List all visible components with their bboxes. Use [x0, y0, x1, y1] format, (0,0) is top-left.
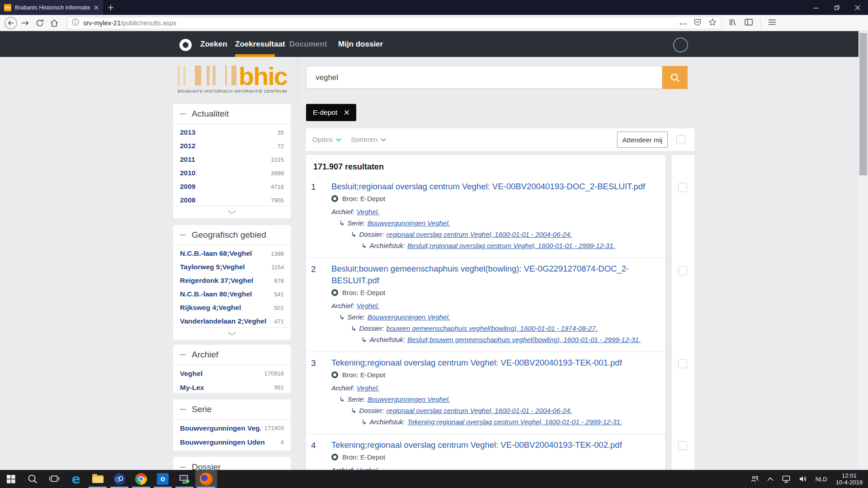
facet-item[interactable]: Reigerdonk 37;Veghel676	[173, 274, 291, 287]
crumb-link[interactable]: Veghel.	[357, 466, 379, 470]
source-label: Bron: E-Depot	[342, 195, 385, 202]
hidden-icons-chevron[interactable]	[763, 470, 778, 488]
profile-avatar[interactable]	[673, 38, 688, 52]
site-info-icon[interactable]	[72, 19, 79, 28]
volume-icon[interactable]	[795, 470, 811, 488]
crumb-link[interactable]: regionaal overslag centrum Veghel, 1600-…	[387, 230, 572, 238]
crumb-link[interactable]: Veghel.	[357, 384, 379, 392]
bhic-logo[interactable]: bhic BRABANTS HISTORISCH INFORMATIE CENT…	[178, 64, 287, 94]
result-title-link[interactable]: Besluit;bouwen gemeenschaphuis veghel(bo…	[331, 263, 657, 286]
taskbar-circles-app[interactable]	[108, 470, 130, 488]
facet-item[interactable]: 201272	[173, 139, 291, 153]
page-actions-icon[interactable]	[679, 19, 687, 27]
nav-item-document[interactable]: Document	[289, 31, 327, 57]
facet-item[interactable]: Rijksweg 4;Veghel501	[173, 301, 291, 314]
facet-header-serie[interactable]: Serie	[173, 399, 291, 420]
crumb-link[interactable]: Bouwvergunningen Veghel.	[368, 313, 450, 321]
taskbar-chrome[interactable]	[130, 470, 152, 488]
attend-me-button[interactable]: Attendeer mij	[617, 131, 668, 148]
result-checkbox-1[interactable]	[678, 183, 687, 192]
taskbar-edge[interactable]: e	[65, 470, 87, 488]
crumb-link[interactable]: Besluit;bouwen gemeenschaphuis veghel(bo…	[407, 336, 641, 343]
forward-button[interactable]	[18, 16, 33, 30]
facet-item[interactable]: My-Lex991	[173, 380, 291, 394]
facet-item[interactable]: 20103999	[173, 166, 291, 180]
page-scrollbar[interactable]	[859, 31, 868, 470]
sidebars-icon[interactable]	[744, 18, 753, 28]
taskbar-search-button[interactable]	[22, 470, 43, 488]
task-view-button[interactable]	[43, 470, 65, 488]
url-bar[interactable]: srv-mylex-21/public/results.aspx	[67, 17, 722, 29]
nav-item-zoeken[interactable]: Zoeken	[200, 31, 227, 57]
options-dropdown[interactable]: Opties	[312, 128, 341, 151]
result-checkbox-2[interactable]	[678, 266, 687, 275]
facet-count: 7905	[271, 197, 284, 204]
facet-item[interactable]: Vanderlandelaan 2;Veghel471	[173, 314, 291, 328]
crumb-link[interactable]: Besluit;regionaal overslag centrum Veghe…	[407, 242, 615, 249]
back-button[interactable]	[4, 16, 18, 30]
facet-item[interactable]: N.C.B.-laan 68;Veghel1386	[173, 247, 291, 260]
window-restore-button[interactable]	[826, 0, 847, 15]
crumb-link[interactable]: Veghel.	[357, 208, 379, 216]
crumb-link[interactable]: regionaal overslag centrum Veghel, 1600-…	[387, 407, 572, 414]
facet-item[interactable]: N.C.B.-laan 80;Veghel541	[173, 287, 291, 301]
scrollbar-thumb[interactable]	[859, 33, 867, 175]
bookmark-star-icon[interactable]	[708, 18, 717, 28]
window-close-button[interactable]	[847, 0, 868, 15]
facet-link: 2008	[180, 196, 195, 204]
facet-item[interactable]: Bouwvergunningen Uden4	[173, 435, 291, 449]
facet-expand-more[interactable]	[173, 206, 291, 218]
facet-item[interactable]: Bouwvergunningen Veg...171903	[173, 421, 291, 435]
network-icon[interactable]	[778, 470, 795, 488]
result-checkbox-3[interactable]	[678, 359, 687, 368]
start-button[interactable]	[0, 470, 22, 488]
select-all-checkbox[interactable]	[676, 135, 685, 144]
home-button[interactable]	[47, 16, 61, 30]
facet-item[interactable]: Veghel170916	[173, 366, 291, 380]
crumb-label: Dossier:	[359, 230, 384, 238]
crumb-link[interactable]: Bouwvergunningen Veghel.	[368, 395, 450, 403]
nav-ring-logo-icon[interactable]	[179, 39, 192, 51]
result-title-link[interactable]: Tekening;regionaal overslag centrum Vegh…	[331, 357, 657, 369]
result-title-link[interactable]: Besluit;regionaal overslag centrum Veghe…	[331, 181, 657, 192]
facet-header-archief[interactable]: Archief	[173, 345, 291, 365]
reload-button[interactable]	[33, 16, 47, 30]
taskbar-outlook[interactable]: o	[152, 470, 174, 488]
taskbar-file-explorer[interactable]	[87, 470, 108, 488]
crumb-link[interactable]: Tekening;regionaal overslag centrum Vegh…	[407, 418, 622, 426]
filter-chip-edepot[interactable]: E-depot	[306, 104, 356, 121]
result-checkbox-4[interactable]	[678, 441, 687, 450]
facet-header-geografisch[interactable]: Geografisch gebied	[173, 225, 291, 245]
crumb-archief: Archief:Veghel.	[331, 465, 657, 470]
taskbar-remote-desktop[interactable]	[174, 470, 195, 488]
taskbar-clock[interactable]: 12:01 10-4-2019	[831, 472, 868, 486]
taskbar-firefox[interactable]	[195, 470, 217, 488]
result-title-link[interactable]: Tekening;regionaal overslag centrum Vegh…	[331, 439, 657, 451]
facet-expand-more[interactable]	[173, 327, 291, 340]
nav-item-mijn-dossier[interactable]: Mijn dossier	[338, 31, 383, 57]
facet-item[interactable]: 201335	[173, 126, 291, 139]
chip-remove-icon[interactable]	[344, 110, 349, 115]
facet-item[interactable]: 20087905	[173, 193, 291, 207]
search-input[interactable]	[306, 66, 662, 89]
pocket-icon[interactable]	[693, 18, 702, 28]
library-icon[interactable]	[728, 18, 737, 28]
facet-link: 2009	[180, 183, 195, 191]
people-icon[interactable]	[746, 470, 763, 488]
language-indicator[interactable]: NLD	[811, 470, 831, 488]
window-minimize-button[interactable]	[806, 0, 826, 15]
nav-item-zoekresultaat[interactable]: Zoekresultaat	[235, 31, 285, 57]
new-tab-button[interactable]	[103, 0, 118, 15]
facet-header-actualiteit[interactable]: Actualiteit	[173, 104, 291, 124]
sort-dropdown[interactable]: Sorteren	[351, 128, 386, 151]
search-button[interactable]	[662, 66, 688, 89]
facet-item[interactable]: 20111015	[173, 153, 291, 166]
facet-item[interactable]: Taylorweg 5;Veghel1154	[173, 260, 291, 274]
crumb-link[interactable]: Bouwvergunningen Veghel.	[368, 219, 450, 227]
tab-close-icon[interactable]	[94, 5, 99, 10]
crumb-link[interactable]: Veghel.	[357, 302, 379, 310]
browser-tab-active[interactable]: bhic Brabants Historisch Informatie	[0, 0, 103, 15]
menu-hamburger-icon[interactable]	[768, 19, 776, 27]
crumb-link[interactable]: bouwen gemeenschaphuis veghel(bowling), …	[387, 324, 598, 332]
facet-item[interactable]: 20094718	[173, 180, 291, 193]
